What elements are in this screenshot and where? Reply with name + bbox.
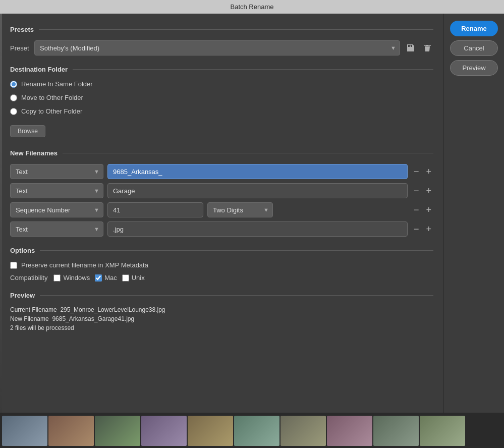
filename-row-3: Sequence Number ▼ Two Digits ▼ − + xyxy=(10,202,433,217)
row-plus-button-1[interactable]: + xyxy=(424,166,433,177)
thumbnail-3[interactable] xyxy=(95,416,140,446)
cancel-button[interactable]: Cancel xyxy=(450,40,498,56)
destination-section-header: Destination Folder xyxy=(10,66,433,73)
options-section-header: Options xyxy=(10,247,433,254)
unix-label: Unix xyxy=(132,274,145,282)
row-controls-2: − + xyxy=(412,185,433,196)
windows-label: Windows xyxy=(63,274,90,282)
format-select-wrapper-3: Two Digits ▼ xyxy=(207,202,273,217)
compat-mac: Mac xyxy=(95,274,117,282)
preview-button[interactable]: Preview xyxy=(450,60,498,76)
format-select-3[interactable]: Two Digits xyxy=(207,202,273,217)
files-count-label: 2 files will be processed xyxy=(10,324,74,331)
presets-section-header: Presets xyxy=(10,26,433,33)
row-controls-1: − + xyxy=(412,166,433,177)
save-icon xyxy=(406,43,415,52)
presets-divider xyxy=(39,29,433,30)
windows-checkbox[interactable] xyxy=(53,274,61,282)
filename-text-input-1[interactable] xyxy=(107,164,408,179)
preview-label: Preview xyxy=(10,292,35,299)
new-filenames-section-header: New Filenames xyxy=(10,149,433,157)
title-label: Batch Rename xyxy=(231,3,274,11)
preserve-xmp-checkbox[interactable] xyxy=(10,262,17,269)
preview-section-header: Preview xyxy=(10,292,433,299)
radio-move-folder-label: Move to Other Folder xyxy=(21,94,83,101)
thumbnail-2[interactable] xyxy=(48,416,94,446)
row-minus-button-1[interactable]: − xyxy=(412,166,421,177)
thumbnail-1[interactable] xyxy=(2,416,47,446)
preset-select[interactable]: Sotheby's (Modified)DefaultCustom xyxy=(34,40,400,55)
thumbnail-6[interactable] xyxy=(234,416,279,446)
destination-radio-group: Rename In Same Folder Move to Other Fold… xyxy=(10,80,433,115)
type-select-1[interactable]: Text xyxy=(10,164,103,179)
destination-label: Destination Folder xyxy=(10,66,68,73)
new-filename-key: New Filename xyxy=(10,315,49,322)
preset-label: Preset xyxy=(10,44,30,52)
radio-move-folder-input[interactable] xyxy=(10,94,17,101)
type-select-2[interactable]: Text xyxy=(10,183,103,198)
radio-same-folder-input[interactable] xyxy=(10,81,17,88)
filename-row-2: Text ▼ − + xyxy=(10,183,433,198)
thumbnail-8[interactable] xyxy=(327,416,372,446)
compatibility-label: Compatibility xyxy=(10,274,47,282)
current-filename-key: Current Filename xyxy=(10,306,57,313)
row-controls-3: − + xyxy=(412,204,433,215)
row-plus-button-4[interactable]: + xyxy=(424,223,433,235)
browse-button[interactable]: Browse xyxy=(10,125,45,137)
filename-row-1: Text ▼ − + xyxy=(10,164,433,179)
options-label: Options xyxy=(10,247,35,254)
radio-copy-folder-label: Copy to Other Folder xyxy=(21,107,82,115)
row-plus-button-3[interactable]: + xyxy=(424,204,433,215)
options-section: Options Preserve current filename in XMP… xyxy=(10,247,433,282)
type-select-wrapper-3: Sequence Number ▼ xyxy=(10,202,103,217)
thumbnail-10[interactable] xyxy=(420,416,465,446)
new-filename-line: New Filename 9685_Arkansas_Garage41.jpg xyxy=(10,315,433,322)
mac-checkbox[interactable] xyxy=(95,274,102,282)
destination-divider xyxy=(73,69,433,70)
row-plus-button-2[interactable]: + xyxy=(424,185,433,196)
rename-button[interactable]: Rename xyxy=(450,21,498,36)
filename-row-4: Text ▼ − + xyxy=(10,221,433,237)
new-filenames-label: New Filenames xyxy=(10,149,58,157)
options-divider xyxy=(40,250,433,251)
radio-same-folder-label: Rename In Same Folder xyxy=(21,80,93,88)
preview-section: Preview Current Filename 295_Monroe_Lowe… xyxy=(10,292,433,331)
row-minus-button-4[interactable]: − xyxy=(412,223,421,235)
left-panel: Presets Preset Sotheby's (Modified)Defau… xyxy=(0,14,443,413)
type-select-4[interactable]: Text xyxy=(10,221,103,237)
unix-checkbox[interactable] xyxy=(122,274,129,282)
radio-same-folder[interactable]: Rename In Same Folder xyxy=(10,80,433,88)
current-filename-value: 295_Monroe_LowerLevelLounge38.jpg xyxy=(60,306,165,313)
radio-copy-folder-input[interactable] xyxy=(10,108,17,115)
current-filename-line: Current Filename 295_Monroe_LowerLevelLo… xyxy=(10,306,433,313)
preview-divider xyxy=(40,295,433,296)
filename-text-input-2[interactable] xyxy=(107,183,408,198)
preview-info: Current Filename 295_Monroe_LowerLevelLo… xyxy=(10,306,433,331)
compatibility-row: Compatibility Windows Mac Unix xyxy=(10,274,433,282)
new-filenames-divider xyxy=(63,153,433,153)
title-bar: Batch Rename xyxy=(0,0,504,14)
mac-label: Mac xyxy=(104,274,117,282)
row-minus-button-3[interactable]: − xyxy=(412,204,421,215)
thumbnail-4[interactable] xyxy=(141,416,187,446)
radio-move-folder[interactable]: Move to Other Folder xyxy=(10,94,433,101)
right-panel: Rename Cancel Preview xyxy=(443,14,504,413)
thumbnail-9[interactable] xyxy=(373,416,419,446)
preset-save-button[interactable] xyxy=(404,41,417,54)
type-select-wrapper-1: Text ▼ xyxy=(10,164,103,179)
filename-rows: Text ▼ − + Text ▼ xyxy=(10,164,433,237)
radio-copy-folder[interactable]: Copy to Other Folder xyxy=(10,107,433,115)
preset-select-wrapper: Sotheby's (Modified)DefaultCustom ▼ xyxy=(34,40,400,55)
thumbnail-7[interactable] xyxy=(281,416,326,446)
presets-label: Presets xyxy=(10,26,34,33)
thumbnail-5[interactable] xyxy=(188,416,233,446)
row-minus-button-2[interactable]: − xyxy=(412,185,421,196)
filename-text-input-4[interactable] xyxy=(107,221,408,237)
preset-delete-button[interactable] xyxy=(421,41,433,54)
compat-unix: Unix xyxy=(122,274,145,282)
new-filename-value: 9685_Arkansas_Garage41.jpg xyxy=(52,315,134,322)
compat-windows: Windows xyxy=(53,274,90,282)
preserve-xmp-row: Preserve current filename in XMP Metadat… xyxy=(10,261,433,269)
type-select-3[interactable]: Sequence Number xyxy=(10,202,103,217)
filename-text-input-3[interactable] xyxy=(107,202,203,217)
